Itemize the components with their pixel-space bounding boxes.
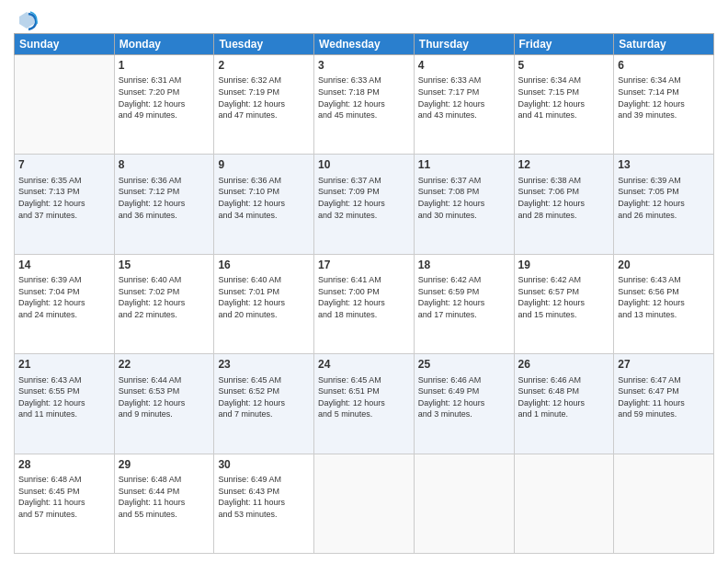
calendar-week-row: 21Sunrise: 6:43 AM Sunset: 6:55 PM Dayli… (15, 354, 714, 454)
day-info: Sunrise: 6:39 AM Sunset: 7:05 PM Dayligh… (618, 175, 710, 221)
page: SundayMondayTuesdayWednesdayThursdayFrid… (0, 0, 728, 563)
day-number: 30 (218, 457, 310, 473)
calendar-day-cell: 5Sunrise: 6:34 AM Sunset: 7:15 PM Daylig… (514, 55, 614, 155)
calendar-day-cell: 25Sunrise: 6:46 AM Sunset: 6:49 PM Dayli… (414, 354, 514, 454)
day-info: Sunrise: 6:35 AM Sunset: 7:13 PM Dayligh… (18, 175, 110, 221)
calendar-day-cell (514, 454, 614, 553)
calendar-day-cell: 9Sunrise: 6:36 AM Sunset: 7:10 PM Daylig… (214, 155, 314, 254)
day-number: 24 (318, 357, 410, 373)
day-info: Sunrise: 6:46 AM Sunset: 6:48 PM Dayligh… (518, 374, 610, 420)
day-number: 1 (119, 58, 210, 74)
logo (14, 9, 38, 28)
calendar-day-cell: 11Sunrise: 6:37 AM Sunset: 7:08 PM Dayli… (414, 155, 514, 254)
day-number: 28 (18, 457, 110, 473)
day-number: 23 (218, 357, 310, 373)
calendar-day-cell: 16Sunrise: 6:40 AM Sunset: 7:01 PM Dayli… (214, 254, 314, 353)
day-info: Sunrise: 6:36 AM Sunset: 7:12 PM Dayligh… (119, 175, 210, 221)
logo-icon (16, 9, 38, 31)
day-info: Sunrise: 6:34 AM Sunset: 7:14 PM Dayligh… (618, 75, 710, 121)
day-header-wednesday: Wednesday (314, 34, 415, 55)
calendar-day-cell: 29Sunrise: 6:48 AM Sunset: 6:44 PM Dayli… (114, 454, 214, 553)
day-info: Sunrise: 6:48 AM Sunset: 6:44 PM Dayligh… (119, 474, 210, 520)
calendar-table: SundayMondayTuesdayWednesdayThursdayFrid… (14, 33, 714, 554)
calendar-day-cell: 3Sunrise: 6:33 AM Sunset: 7:18 PM Daylig… (314, 55, 415, 155)
day-info: Sunrise: 6:39 AM Sunset: 7:04 PM Dayligh… (18, 274, 110, 320)
calendar-day-cell: 23Sunrise: 6:45 AM Sunset: 6:52 PM Dayli… (214, 354, 314, 454)
day-info: Sunrise: 6:34 AM Sunset: 7:15 PM Dayligh… (518, 75, 610, 121)
day-info: Sunrise: 6:33 AM Sunset: 7:18 PM Dayligh… (318, 75, 410, 121)
day-number: 17 (318, 258, 410, 273)
day-number: 5 (518, 58, 610, 74)
day-number: 15 (119, 258, 210, 273)
day-number: 4 (418, 58, 510, 74)
day-info: Sunrise: 6:43 AM Sunset: 6:55 PM Dayligh… (18, 374, 110, 420)
day-number: 3 (318, 58, 410, 74)
calendar-day-cell: 7Sunrise: 6:35 AM Sunset: 7:13 PM Daylig… (15, 155, 115, 254)
day-number: 11 (418, 157, 510, 173)
calendar-day-cell: 13Sunrise: 6:39 AM Sunset: 7:05 PM Dayli… (614, 155, 714, 254)
calendar-day-cell: 22Sunrise: 6:44 AM Sunset: 6:53 PM Dayli… (114, 354, 214, 454)
day-info: Sunrise: 6:31 AM Sunset: 7:20 PM Dayligh… (119, 75, 210, 121)
header (14, 9, 714, 28)
calendar-week-row: 1Sunrise: 6:31 AM Sunset: 7:20 PM Daylig… (15, 55, 714, 155)
day-number: 12 (518, 157, 610, 173)
calendar-day-cell (614, 454, 714, 553)
day-info: Sunrise: 6:32 AM Sunset: 7:19 PM Dayligh… (218, 75, 310, 121)
day-number: 29 (119, 457, 210, 473)
day-header-thursday: Thursday (414, 34, 514, 55)
day-info: Sunrise: 6:49 AM Sunset: 6:43 PM Dayligh… (218, 474, 310, 520)
day-number: 16 (218, 258, 310, 273)
day-info: Sunrise: 6:33 AM Sunset: 7:17 PM Dayligh… (418, 75, 510, 121)
day-info: Sunrise: 6:38 AM Sunset: 7:06 PM Dayligh… (518, 175, 610, 221)
day-number: 7 (18, 157, 110, 173)
day-info: Sunrise: 6:36 AM Sunset: 7:10 PM Dayligh… (218, 175, 310, 221)
day-info: Sunrise: 6:48 AM Sunset: 6:45 PM Dayligh… (18, 474, 110, 520)
calendar-week-row: 28Sunrise: 6:48 AM Sunset: 6:45 PM Dayli… (15, 454, 714, 553)
day-number: 9 (218, 157, 310, 173)
calendar-day-cell: 27Sunrise: 6:47 AM Sunset: 6:47 PM Dayli… (614, 354, 714, 454)
calendar-day-cell: 24Sunrise: 6:45 AM Sunset: 6:51 PM Dayli… (314, 354, 415, 454)
calendar-day-cell: 8Sunrise: 6:36 AM Sunset: 7:12 PM Daylig… (114, 155, 214, 254)
day-header-monday: Monday (114, 34, 214, 55)
calendar-day-cell: 10Sunrise: 6:37 AM Sunset: 7:09 PM Dayli… (314, 155, 415, 254)
day-info: Sunrise: 6:47 AM Sunset: 6:47 PM Dayligh… (618, 374, 710, 420)
calendar-day-cell: 18Sunrise: 6:42 AM Sunset: 6:59 PM Dayli… (414, 254, 514, 353)
day-number: 25 (418, 357, 510, 373)
day-number: 6 (618, 58, 710, 74)
day-number: 19 (518, 258, 610, 273)
day-info: Sunrise: 6:44 AM Sunset: 6:53 PM Dayligh… (119, 374, 210, 420)
day-header-saturday: Saturday (614, 34, 714, 55)
day-info: Sunrise: 6:40 AM Sunset: 7:02 PM Dayligh… (119, 274, 210, 320)
calendar-day-cell: 14Sunrise: 6:39 AM Sunset: 7:04 PM Dayli… (15, 254, 115, 353)
calendar-day-cell: 17Sunrise: 6:41 AM Sunset: 7:00 PM Dayli… (314, 254, 415, 353)
calendar-day-cell (414, 454, 514, 553)
day-number: 8 (119, 157, 210, 173)
day-number: 18 (418, 258, 510, 273)
calendar-day-cell: 26Sunrise: 6:46 AM Sunset: 6:48 PM Dayli… (514, 354, 614, 454)
day-info: Sunrise: 6:40 AM Sunset: 7:01 PM Dayligh… (218, 274, 310, 320)
day-info: Sunrise: 6:45 AM Sunset: 6:52 PM Dayligh… (218, 374, 310, 420)
calendar-day-cell: 28Sunrise: 6:48 AM Sunset: 6:45 PM Dayli… (15, 454, 115, 553)
calendar-day-cell: 21Sunrise: 6:43 AM Sunset: 6:55 PM Dayli… (15, 354, 115, 454)
calendar-day-cell (15, 55, 115, 155)
day-number: 2 (218, 58, 310, 74)
day-info: Sunrise: 6:41 AM Sunset: 7:00 PM Dayligh… (318, 274, 410, 320)
day-number: 27 (618, 357, 710, 373)
day-header-friday: Friday (514, 34, 614, 55)
day-info: Sunrise: 6:42 AM Sunset: 6:59 PM Dayligh… (418, 274, 510, 320)
calendar-day-cell (314, 454, 415, 553)
day-number: 22 (119, 357, 210, 373)
day-number: 20 (618, 258, 710, 273)
calendar-header-row: SundayMondayTuesdayWednesdayThursdayFrid… (15, 34, 714, 55)
day-number: 14 (18, 258, 110, 273)
day-number: 10 (318, 157, 410, 173)
day-number: 21 (18, 357, 110, 373)
calendar-day-cell: 12Sunrise: 6:38 AM Sunset: 7:06 PM Dayli… (514, 155, 614, 254)
day-info: Sunrise: 6:37 AM Sunset: 7:08 PM Dayligh… (418, 175, 510, 221)
day-info: Sunrise: 6:43 AM Sunset: 6:56 PM Dayligh… (618, 274, 710, 320)
calendar-week-row: 7Sunrise: 6:35 AM Sunset: 7:13 PM Daylig… (15, 155, 714, 254)
calendar-day-cell: 19Sunrise: 6:42 AM Sunset: 6:57 PM Dayli… (514, 254, 614, 353)
day-number: 13 (618, 157, 710, 173)
calendar-week-row: 14Sunrise: 6:39 AM Sunset: 7:04 PM Dayli… (15, 254, 714, 353)
calendar-day-cell: 20Sunrise: 6:43 AM Sunset: 6:56 PM Dayli… (614, 254, 714, 353)
